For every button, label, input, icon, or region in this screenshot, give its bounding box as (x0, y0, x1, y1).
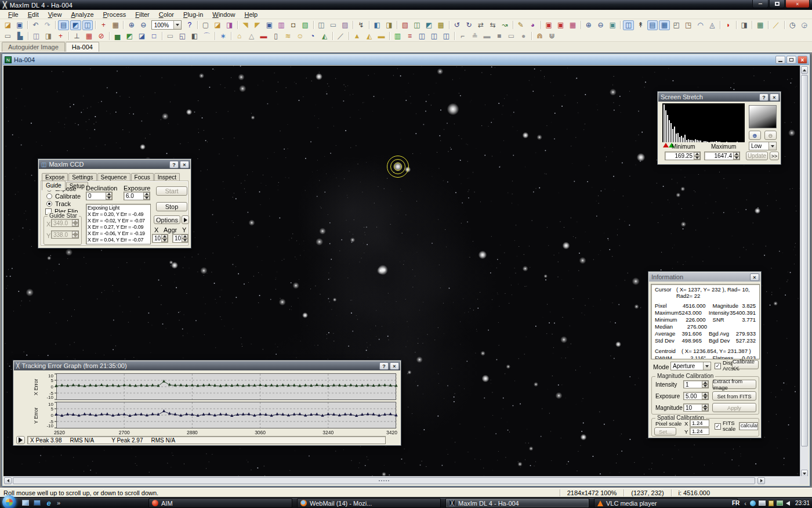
task-maxim-dl-4-ha-004[interactable]: ╳MaxIm DL 4 - Ha-004 (445, 498, 589, 508)
buffer-a-icon[interactable]: ▤ (647, 20, 658, 30)
image-frame-icon[interactable]: ◱ (177, 31, 188, 41)
options-arrow-button[interactable] (182, 215, 189, 224)
window-minimize-button[interactable] (752, 0, 768, 8)
options-button[interactable]: Options (154, 215, 180, 224)
doc-tab-autoguider-image[interactable]: Autoguider Image (2, 42, 65, 52)
guide-star-x-spinner[interactable]: 349.0 (51, 219, 79, 227)
menu-plugin[interactable]: Plug-in (179, 10, 208, 19)
gradient-tool-icon[interactable]: ◧ (189, 31, 200, 41)
channel2-icon[interactable]: ◫ (429, 31, 440, 41)
histogram-icon[interactable]: ▅ (112, 31, 123, 41)
actual-size-icon[interactable]: ▣ (607, 20, 618, 30)
combine-color-icon[interactable]: ▦ (567, 20, 578, 30)
set-scale-button[interactable]: Set... (654, 427, 676, 435)
mosaic-icon[interactable]: ▦ (755, 20, 766, 30)
align-stars-icon[interactable]: ∗ (217, 31, 229, 41)
edit-mask-icon[interactable]: ▩ (436, 20, 447, 30)
radio-calibrate[interactable]: Calibrate (46, 193, 81, 200)
scroll-right-button[interactable] (757, 477, 765, 484)
aggr-x-spinner[interactable]: 10 (152, 234, 168, 243)
tracking-close-button[interactable]: × (390, 362, 399, 370)
intensity-spinner[interactable]: 1 (683, 380, 709, 388)
brush-icon[interactable]: ▬ (376, 31, 387, 41)
expand-button[interactable]: >> (770, 152, 779, 160)
slew-icon[interactable]: ↯ (356, 20, 367, 30)
blob-icon[interactable]: ● (518, 31, 529, 41)
gray-minus-icon[interactable]: ▬ (481, 31, 492, 41)
black-point-marker[interactable] (663, 143, 669, 147)
horizontal-scroll-thumb[interactable] (13, 477, 755, 484)
page-setup-icon[interactable]: ▨ (340, 20, 351, 30)
cmy-mode-icon[interactable]: ⋒ (534, 31, 545, 41)
night-vision-icon[interactable]: ◗ (723, 20, 734, 30)
channel3-icon[interactable]: ◫ (441, 31, 452, 41)
fits-scale-checkbox[interactable]: ✓ (715, 423, 721, 430)
keyboard-layout-indicator[interactable]: FR (732, 500, 740, 506)
crop-select-icon[interactable]: ▧ (400, 20, 411, 30)
extract-from-image-button[interactable]: Extract from image (712, 380, 756, 389)
display-tray-icon[interactable] (759, 500, 766, 506)
rgb-split-icon[interactable]: ▥ (392, 31, 403, 41)
remove-row-icon[interactable]: ▬ (258, 31, 269, 41)
open-document-icon[interactable]: ◪ (212, 20, 223, 30)
tracking-help-button[interactable]: ? (379, 362, 389, 370)
import-image-icon[interactable]: ◥ (240, 20, 251, 30)
information-titlebar[interactable]: Information × (649, 272, 760, 282)
ccd-tab-guide[interactable]: Guide (42, 181, 66, 190)
print-icon[interactable]: ▭ (328, 20, 339, 30)
histogram-zoom-out-button[interactable]: ⊖ (764, 131, 777, 140)
pencil-icon[interactable]: ✎ (516, 20, 527, 30)
menu-file[interactable]: File (3, 10, 23, 19)
guide-star-y-spinner[interactable]: 338.0 (51, 230, 79, 239)
save-color-icon[interactable]: ▥ (276, 20, 287, 30)
rgb-mode-icon[interactable]: ⋓ (546, 31, 557, 41)
zoom-in-icon[interactable]: ⊕ (126, 20, 137, 30)
select-region-icon[interactable]: □ (148, 31, 160, 41)
stretch-close-button[interactable]: × (770, 93, 779, 101)
smiley-icon[interactable]: ☺ (295, 31, 306, 41)
link-documents-icon[interactable]: ◨ (224, 20, 235, 30)
track-cursor-icon[interactable]: ↟ (635, 20, 646, 30)
stretch-help-button[interactable]: ? (759, 93, 768, 101)
mirror-icon[interactable]: ⇆ (487, 20, 498, 30)
screen-stretch-icon[interactable]: ▤ (58, 20, 69, 30)
projector-icon[interactable]: ◨ (739, 20, 750, 30)
task-webmail-14-mozi[interactable]: WebMail (14) - Mozi... (297, 498, 441, 508)
quick-stretch-icon[interactable]: ◫ (82, 20, 93, 30)
graph-window-icon[interactable]: ◠ (695, 20, 706, 30)
tray-collapse-chevron[interactable]: ‹ (744, 500, 746, 507)
histogram-display[interactable] (662, 103, 745, 142)
undo-icon[interactable]: ↶ (30, 20, 41, 30)
buffer-b-icon[interactable]: ▦ (659, 20, 670, 30)
crosshair-mode-icon[interactable]: + (98, 20, 109, 30)
house-icon[interactable]: ⌂ (234, 31, 245, 41)
print-preview-icon[interactable]: ◫ (316, 20, 327, 30)
apply-button[interactable]: Apply (712, 403, 756, 412)
camera-window-icon[interactable]: ▦ (110, 20, 121, 30)
clock-alt-icon[interactable]: ◶ (799, 20, 810, 30)
scroll-left-button[interactable] (4, 477, 12, 484)
magnify-out-icon[interactable]: ⊖ (595, 20, 606, 30)
stack-combine-icon[interactable]: ▙ (14, 31, 26, 41)
internet-explorer-icon[interactable]: e (44, 499, 53, 507)
curves-icon[interactable]: ⌒ (201, 31, 212, 41)
window-switcher-icon[interactable] (32, 499, 42, 507)
save-disk-icon[interactable]: ▣ (264, 20, 275, 30)
document-stack-icon[interactable]: ◫ (31, 31, 42, 41)
frame3-icon[interactable]: ▣ (555, 20, 566, 30)
doc-tab-ha-004[interactable]: Ha-004 (66, 42, 99, 52)
color-picker-icon[interactable]: ◕ (527, 20, 538, 30)
print-gray-icon[interactable]: ▭ (506, 31, 517, 41)
maximum-spinner[interactable]: 1647.4 (704, 152, 740, 160)
marker-pen-icon[interactable]: ／ (771, 20, 782, 30)
information-close-button[interactable]: × (750, 273, 759, 281)
flip-icon[interactable]: ⇄ (476, 20, 487, 30)
calibrate-button[interactable]: Calibrate << (732, 360, 759, 369)
graph-scroll-button[interactable] (16, 436, 25, 444)
mount-align-icon[interactable]: ▲ (351, 31, 362, 41)
ccd-tab-settings[interactable]: Settings (68, 173, 96, 181)
flat-frame-icon[interactable]: ▭ (165, 31, 176, 41)
rotate-right-icon[interactable]: ↻ (463, 20, 474, 30)
window-maximize-button[interactable] (769, 0, 785, 8)
flip-tri-icon[interactable]: ◭ (319, 31, 330, 41)
